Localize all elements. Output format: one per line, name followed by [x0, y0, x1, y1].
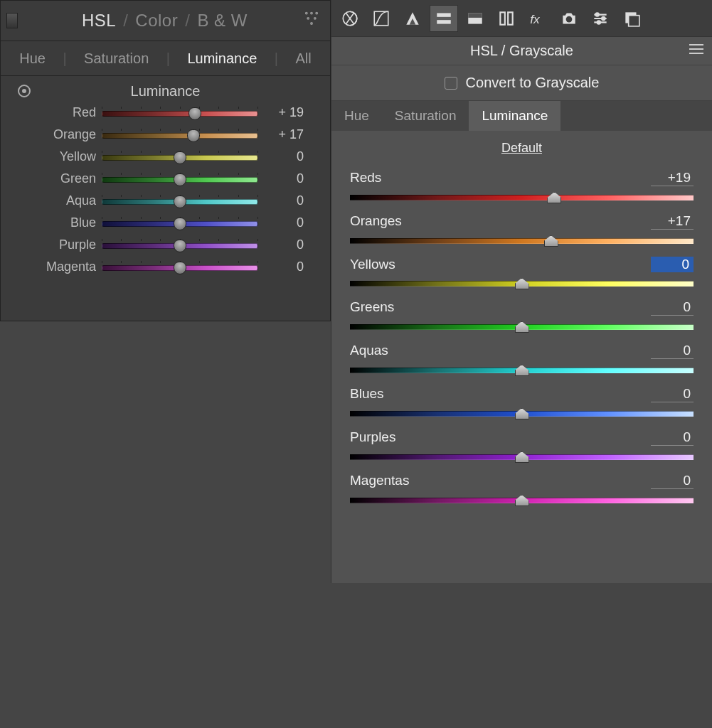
tab-saturation[interactable]: Saturation	[84, 50, 149, 67]
svg-rect-8	[437, 13, 451, 16]
slider-row-yellows: Yellows 0	[350, 257, 694, 289]
slider-thumb-icon[interactable]	[174, 218, 186, 230]
tab-hue[interactable]: Hue	[19, 50, 46, 67]
slider-value[interactable]: 0	[264, 171, 307, 186]
slider-thumb-icon[interactable]	[515, 321, 529, 333]
luminance-slider-purples[interactable]	[350, 450, 694, 463]
svg-point-1	[311, 12, 312, 14]
convert-grayscale-label: Convert to Grayscale	[466, 75, 600, 91]
slider-value[interactable]: 0	[651, 429, 694, 446]
hsl-icon[interactable]	[430, 5, 458, 32]
target-adjust-icon[interactable]	[18, 85, 31, 97]
curve-icon[interactable]	[367, 5, 395, 32]
slider-row-aquas: Aquas 0	[350, 343, 694, 376]
luminance-slider-reds[interactable]	[350, 191, 694, 203]
luminance-slider-greens[interactable]	[350, 320, 694, 333]
slider-value[interactable]: 0	[651, 473, 694, 489]
slider-value[interactable]: 0	[264, 237, 307, 252]
slider-value[interactable]: 0	[651, 343, 694, 359]
slider-label: Magentas	[350, 473, 409, 489]
slider-thumb-icon[interactable]	[174, 240, 186, 252]
snapshots-icon[interactable]	[617, 5, 646, 32]
mode-color[interactable]: Color	[135, 11, 178, 31]
slider-row-orange: Orange + 17	[11, 127, 320, 142]
basic-icon[interactable]	[336, 5, 364, 32]
slider-row-purples: Purples 0	[350, 429, 694, 463]
separator: |	[275, 50, 278, 67]
convert-grayscale-checkbox[interactable]	[445, 77, 457, 90]
tab-luminance[interactable]: Luminance	[469, 101, 560, 131]
luminance-slider-purple[interactable]	[102, 238, 258, 252]
luminance-slider-blues[interactable]	[350, 407, 694, 419]
property-tabs: Hue | Saturation | Luminance | All	[1, 41, 330, 76]
tab-toolbar: fx	[331, 0, 712, 37]
slider-label: Greens	[350, 299, 394, 316]
slider-label: Oranges	[350, 213, 402, 230]
default-link[interactable]: Default	[350, 141, 694, 156]
slider-thumb-icon[interactable]	[187, 129, 200, 142]
tab-luminance[interactable]: Luminance	[187, 50, 257, 67]
slider-row-yellow: Yellow 0	[11, 149, 320, 164]
panel-header: HSL / Color / B & W	[1, 1, 330, 41]
luminance-slider-red[interactable]	[102, 106, 258, 120]
svg-point-2	[316, 12, 317, 14]
targeted-adjust-icon[interactable]	[303, 11, 320, 28]
separator: |	[63, 50, 66, 67]
slider-value[interactable]: 0	[264, 215, 307, 230]
luminance-slider-yellow[interactable]	[102, 150, 258, 164]
slider-thumb-icon[interactable]	[515, 408, 529, 419]
slider-value[interactable]: 0	[264, 259, 307, 274]
slider-row-magentas: Magentas 0	[350, 473, 694, 506]
camera-icon[interactable]	[555, 5, 583, 32]
slider-value[interactable]: 0	[264, 149, 307, 164]
svg-point-3	[307, 18, 309, 19]
mode-bw[interactable]: B & W	[197, 11, 248, 31]
slider-row-aqua: Aqua 0	[11, 193, 320, 208]
slider-thumb-icon[interactable]	[174, 173, 186, 186]
slider-value[interactable]: +19	[651, 170, 694, 186]
slider-thumb-icon[interactable]	[515, 365, 529, 376]
slider-value[interactable]: 0	[651, 299, 694, 316]
luminance-slider-orange[interactable]	[102, 128, 258, 142]
slider-label: Yellow	[11, 149, 96, 164]
slider-value[interactable]: + 17	[264, 127, 307, 142]
tab-hue[interactable]: Hue	[331, 101, 382, 131]
presets-icon[interactable]	[586, 5, 615, 32]
tab-saturation[interactable]: Saturation	[382, 101, 469, 131]
svg-point-0	[306, 12, 307, 14]
mode-hsl[interactable]: HSL	[82, 11, 116, 31]
slider-value[interactable]: 0	[651, 257, 694, 272]
luminance-slider-magentas[interactable]	[350, 493, 694, 506]
luminance-slider-oranges[interactable]	[350, 234, 694, 247]
slider-thumb-icon[interactable]	[174, 196, 186, 208]
slider-thumb-icon[interactable]	[544, 235, 558, 247]
split-icon[interactable]	[461, 5, 489, 32]
luminance-slider-aquas[interactable]	[350, 363, 694, 376]
lens-icon[interactable]	[492, 5, 521, 32]
slider-thumb-icon[interactable]	[174, 262, 186, 274]
slider-thumb-icon[interactable]	[174, 151, 186, 164]
luminance-slider-blue[interactable]	[102, 216, 258, 230]
detail-icon[interactable]	[398, 5, 427, 32]
slider-label: Aquas	[350, 343, 388, 359]
slider-thumb-icon[interactable]	[547, 192, 561, 203]
slider-value[interactable]: +17	[651, 213, 694, 230]
slider-value[interactable]: + 19	[264, 105, 307, 120]
slider-row-reds: Reds +19	[350, 170, 694, 203]
slider-thumb-icon[interactable]	[515, 495, 529, 506]
tab-all[interactable]: All	[295, 50, 311, 67]
slider-thumb-icon[interactable]	[188, 107, 201, 120]
fx-icon[interactable]: fx	[524, 5, 552, 32]
slider-thumb-icon[interactable]	[515, 451, 529, 463]
luminance-slider-green[interactable]	[102, 172, 258, 186]
luminance-slider-aqua[interactable]	[102, 194, 258, 208]
luminance-slider-yellows[interactable]	[350, 277, 694, 289]
slider-value[interactable]: 0	[264, 193, 307, 208]
svg-point-5	[311, 23, 312, 24]
panel-swatch-icon[interactable]	[6, 13, 18, 28]
slider-thumb-icon[interactable]	[515, 278, 529, 289]
luminance-slider-magenta[interactable]	[102, 260, 258, 274]
panel-menu-icon[interactable]	[689, 44, 703, 54]
separator: |	[166, 50, 170, 67]
slider-value[interactable]: 0	[651, 386, 694, 402]
